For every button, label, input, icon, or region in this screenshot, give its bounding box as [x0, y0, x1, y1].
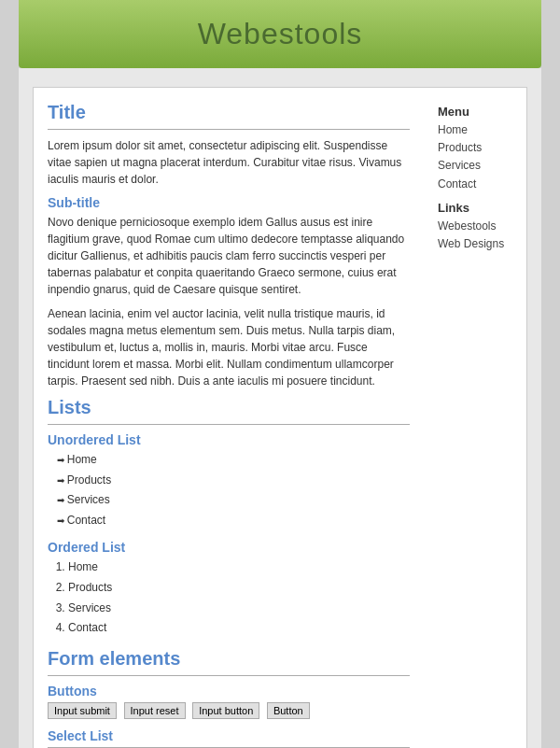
sidebar-link-webdesigns[interactable]: Web Designs	[438, 235, 512, 253]
unordered-list: Home Products Services Contact	[48, 450, 410, 530]
unordered-list-title: Unordered List	[48, 432, 410, 447]
page-title: Title	[48, 102, 410, 123]
sidebar: Menu Home Products Services Contact Link…	[424, 88, 526, 748]
list-item: Contact	[57, 511, 410, 531]
lists-divider	[48, 424, 410, 425]
body-text-3: Aenean lacinia, enim vel auctor lacinia,…	[48, 305, 410, 389]
sidebar-link-webestools[interactable]: Webestools	[438, 218, 512, 235]
sidebar-item-products[interactable]: Products	[438, 139, 512, 157]
body-text-1: Lorem ipsum dolor sit amet, consectetur …	[48, 137, 410, 188]
reset-button[interactable]	[124, 702, 186, 719]
input-button[interactable]	[192, 702, 259, 719]
form-title: Form elements	[48, 648, 410, 670]
buttons-row: Button	[48, 702, 410, 719]
buttons-title: Buttons	[48, 684, 410, 699]
sidebar-menu-heading: Menu	[438, 105, 512, 119]
list-item: Services	[68, 599, 410, 619]
plain-button[interactable]: Button	[267, 702, 310, 719]
ordered-list-title: Ordered List	[48, 540, 410, 555]
list-item: Home	[57, 450, 410, 471]
title-divider	[48, 129, 410, 130]
list-item: Products	[57, 471, 410, 491]
list-item: Services	[57, 490, 410, 511]
sidebar-item-services[interactable]: Services	[438, 157, 512, 175]
sidebar-item-home[interactable]: Home	[438, 121, 512, 139]
sub-title: Sub-title	[48, 195, 410, 210]
sidebar-links-heading: Links	[438, 201, 512, 215]
sidebar-item-contact[interactable]: Contact	[438, 176, 512, 193]
body-text-2: Novo denique perniciosoque exemplo idem …	[48, 214, 410, 298]
list-item: Contact	[68, 618, 410, 639]
ordered-list: Home Products Services Contact	[48, 557, 410, 638]
list-item: Home	[68, 557, 410, 578]
submit-button[interactable]	[48, 702, 117, 719]
select-title: Select List	[48, 728, 410, 743]
form-divider	[48, 675, 410, 676]
site-title: Webestools	[19, 17, 541, 51]
lists-title: Lists	[48, 397, 410, 418]
list-item: Products	[68, 578, 410, 599]
